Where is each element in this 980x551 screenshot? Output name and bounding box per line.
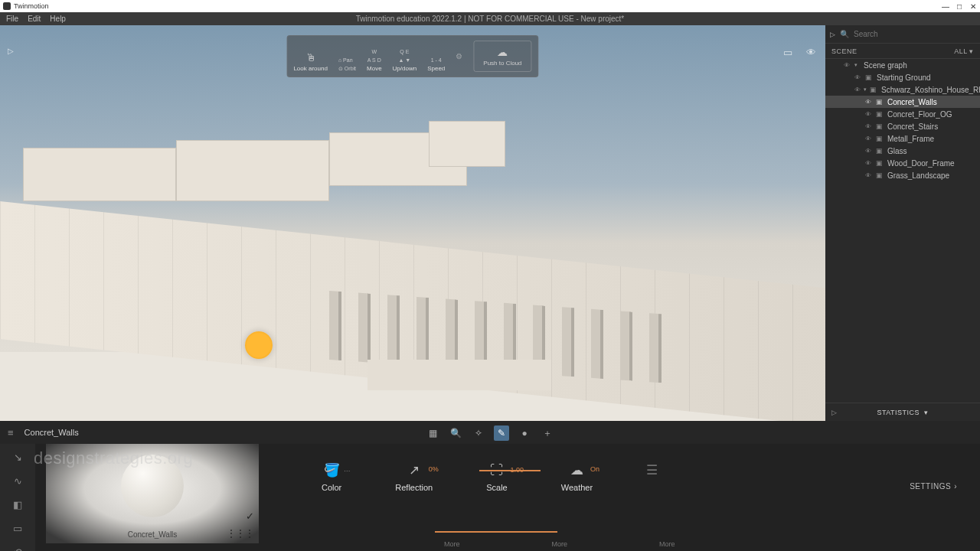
tool-wand-icon[interactable]: ✧ — [471, 425, 486, 441]
prop-reflection[interactable]: ↗0% Reflection — [395, 462, 433, 492]
cursor-indicator — [245, 331, 273, 359]
tree-item[interactable]: 👁▣Grass_Landscape — [825, 169, 980, 181]
tool-search-icon[interactable]: 🔍 — [448, 425, 463, 441]
dock-icon-3[interactable]: ◧ — [13, 499, 22, 510]
close-button[interactable]: ✕ — [966, 0, 980, 12]
tree-item[interactable]: 👁▣Wood_Door_Frame — [825, 157, 980, 169]
bottom-panel: ≡ Concret_Walls ▦ 🔍 ✧ ✎ ● ＋ designstrate… — [0, 421, 980, 551]
reflection-icon: ↗ — [409, 463, 420, 478]
app-logo-icon — [3, 2, 11, 10]
bucket-icon: 🪣 — [324, 463, 340, 478]
nav-updown: Up/down — [393, 65, 417, 72]
visibility-icon[interactable]: 👁 — [806, 47, 816, 58]
settings-link[interactable]: SETTINGS› — [910, 482, 957, 491]
dock-icon-1[interactable]: ↘ — [14, 452, 22, 463]
prop-color[interactable]: 🪣… Color — [322, 462, 341, 492]
weather-icon: ☁ — [570, 463, 583, 478]
more-link[interactable]: More — [444, 540, 460, 548]
nav-orbit: Orbit — [345, 66, 356, 71]
menu-file[interactable]: File — [6, 15, 18, 23]
tree-item[interactable]: 👁▣Concret_Floor_OG — [825, 108, 980, 120]
nav-lookaround: Look around — [293, 65, 327, 72]
chevron-right-icon: › — [954, 482, 957, 491]
tree-item[interactable]: 👁▾▣Schwarz_Koshino_House_Rhinodatei — [825, 83, 980, 96]
prop-scale[interactable]: ⛶1.00 Scale — [486, 463, 508, 492]
app-name: Twinmotion — [14, 2, 49, 10]
app-header: File Edit Help Twinmotion education 2022… — [0, 12, 980, 25]
viewport-3d[interactable]: ▷ 🖱 Look around ⌂ Pan ⊙ Orbit W A S D Mo… — [0, 25, 825, 421]
play-icon[interactable]: ▷ — [8, 47, 14, 55]
property-row: 🪣… Color ↗0% Reflection ⛶1.00 Scale ☁On … — [322, 462, 965, 492]
nav-speed-keys: 1 - 4 — [431, 57, 442, 64]
prop-more-sliders[interactable]: ☰ — [646, 462, 658, 492]
tree-item[interactable]: 👁▣Glass — [825, 145, 980, 157]
settings-gear-icon[interactable]: ⚙ — [456, 52, 462, 60]
tree-item[interactable]: 👁▣Metall_Frame — [825, 132, 980, 145]
nav-speed: Speed — [427, 65, 445, 72]
minimize-button[interactable]: — — [939, 0, 952, 12]
nav-pan: Pan — [343, 57, 352, 63]
tree-item-selected[interactable]: 👁▣Concret_Walls — [825, 96, 980, 108]
material-sphere — [121, 455, 184, 517]
tool-sphere-icon[interactable]: ● — [517, 425, 532, 441]
tree-item[interactable]: 👁▣Concret_Stairs — [825, 120, 980, 132]
maximize-button[interactable]: □ — [952, 0, 966, 12]
sliders-icon: ☰ — [646, 462, 658, 478]
more-link[interactable]: More — [552, 540, 568, 548]
dock-icon-2[interactable]: ∿ — [14, 475, 22, 487]
statistics-toggle[interactable]: ▷ STATISTICS▾ — [825, 403, 980, 421]
search-icon: 🔍 — [840, 30, 849, 38]
scene-lowwall — [368, 360, 551, 390]
nav-updown-keys: Q E — [400, 49, 409, 55]
nav-move-keys2: W — [372, 49, 377, 55]
push-to-cloud-button[interactable]: ☁ Push to Cloud — [473, 41, 531, 72]
selection-underline — [435, 531, 557, 533]
scene-filter-all[interactable]: ALL ▾ — [954, 47, 974, 55]
tree-scene-graph[interactable]: 👁▾Scene graph — [825, 59, 980, 71]
push-cloud-label: Push to Cloud — [483, 60, 521, 67]
menu-edit[interactable]: Edit — [28, 15, 41, 23]
os-titlebar: Twinmotion — □ ✕ — [0, 0, 980, 12]
apply-check-icon[interactable]: ✓ — [246, 510, 254, 522]
more-link[interactable]: More — [659, 540, 675, 548]
dock-icon-4[interactable]: ▭ — [13, 523, 22, 534]
navigation-hints: 🖱 Look around ⌂ Pan ⊙ Orbit W A S D Move… — [286, 35, 538, 77]
left-dock: ↘ ∿ ◧ ▭ ⟲ — [0, 444, 35, 551]
scene-tree: 👁▾Scene graph 👁▣Starting Ground 👁▾▣Schwa… — [825, 59, 980, 403]
scene-header: SCENE — [831, 47, 858, 55]
nav-move-keys: A S D — [368, 57, 381, 64]
material-name: Concret_Walls — [128, 530, 178, 539]
window-title: Twinmotion education 2022.1.2 | NOT FOR … — [356, 15, 625, 23]
dock-icon-5[interactable]: ⟲ — [14, 546, 22, 551]
nav-move: Move — [367, 65, 382, 72]
menu-help[interactable]: Help — [50, 15, 66, 23]
selection-name: Concret_Walls — [24, 428, 79, 437]
grid-view-icon[interactable]: ⋮⋮⋮ — [227, 528, 254, 539]
scale-icon: ⛶ — [490, 463, 503, 478]
panel-expand-icon[interactable]: ▷ — [830, 31, 835, 38]
tool-add-icon[interactable]: ＋ — [540, 425, 555, 441]
cloud-upload-icon: ☁ — [497, 46, 508, 58]
scene-panel: ▷ 🔍 SCENE ALL ▾ 👁▾Scene graph 👁▣Starting… — [825, 25, 980, 421]
tool-eyedropper-icon[interactable]: ✎ — [494, 425, 509, 441]
toolbar-center: ▦ 🔍 ✧ ✎ ● ＋ — [425, 425, 555, 441]
search-input[interactable] — [854, 30, 975, 38]
render-mode-icon[interactable]: ▭ — [783, 47, 792, 58]
panel-menu-icon[interactable]: ≡ — [8, 427, 14, 439]
prop-weather[interactable]: ☁On Weather — [561, 462, 593, 492]
material-preview-card[interactable]: Concret_Walls ✓ ⋮⋮⋮ — [46, 444, 259, 543]
tree-item[interactable]: 👁▣Starting Ground — [825, 71, 980, 83]
tool-grid-icon[interactable]: ▦ — [425, 425, 440, 441]
mouse-icon: 🖱 — [305, 51, 316, 64]
